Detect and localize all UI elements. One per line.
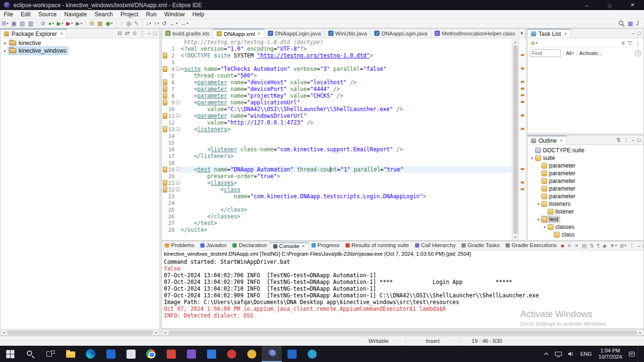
outline-node[interactable]: ▾listeners bbox=[528, 200, 644, 208]
scroll-right-icon[interactable]: ▸ bbox=[153, 330, 160, 335]
task-filter-all[interactable]: All bbox=[566, 50, 572, 56]
eclipse-app[interactable] bbox=[262, 346, 282, 362]
close-icon[interactable]: ✕ bbox=[560, 138, 563, 143]
outline-node[interactable]: listener bbox=[528, 208, 644, 215]
maximize-icon[interactable]: □ bbox=[642, 242, 644, 250]
debug-icon[interactable]: ●▾ bbox=[47, 20, 55, 28]
prev-annotation-icon[interactable]: ↑▾ bbox=[153, 20, 160, 28]
overview-ruler[interactable] bbox=[518, 39, 526, 240]
menu-help[interactable]: Help bbox=[189, 11, 208, 18]
project-item[interactable]: ▸kinective_windows bbox=[0, 47, 160, 55]
outline-node[interactable]: parameter bbox=[528, 192, 644, 200]
menu-source[interactable]: Source bbox=[34, 11, 60, 18]
maximize-icon[interactable]: □ bbox=[636, 29, 642, 37]
fold-toggle-icon[interactable]: − bbox=[176, 127, 180, 131]
minimize-icon[interactable]: – bbox=[631, 29, 635, 37]
annotation-mark[interactable] bbox=[521, 94, 524, 96]
console-tab[interactable]: Declaration bbox=[230, 242, 269, 248]
start-button[interactable] bbox=[0, 346, 20, 362]
skip-breakpoints-icon[interactable]: ⊘ bbox=[40, 20, 46, 28]
forward-icon[interactable]: →▾ bbox=[179, 20, 189, 28]
search-toolbar-icon[interactable]: ◎ bbox=[125, 20, 132, 28]
external-tools-icon[interactable]: ▶▾ bbox=[75, 20, 83, 28]
chevron-right-icon[interactable]: ▸ bbox=[2, 41, 8, 45]
link-with-editor-icon[interactable]: ⇄ bbox=[124, 29, 130, 37]
chevron-down-icon[interactable]: ▾ bbox=[536, 202, 541, 206]
java-perspective-icon[interactable]: J bbox=[635, 20, 640, 28]
tab-list-icon[interactable]: ▾ bbox=[519, 29, 524, 37]
last-edit-location-icon[interactable]: ↺ bbox=[161, 20, 168, 28]
purple-app[interactable] bbox=[181, 346, 201, 362]
remove-launch-icon[interactable]: ✕ bbox=[566, 242, 572, 250]
categorized-icon[interactable]: ≡ bbox=[621, 39, 626, 47]
menu-search[interactable]: Search bbox=[91, 11, 116, 18]
editor-vertical-scrollbar[interactable]: ▴ ▾ bbox=[512, 39, 518, 240]
scroll-up-icon[interactable]: ▴ bbox=[512, 39, 518, 45]
close-icon[interactable]: ✕ bbox=[257, 32, 261, 36]
annotation-mark[interactable] bbox=[521, 101, 524, 103]
save-icon[interactable]: ▣ bbox=[11, 20, 18, 28]
back-icon[interactable]: ←▾ bbox=[169, 20, 179, 28]
mark-occurrences-icon[interactable]: ✎ bbox=[133, 20, 140, 28]
hidden-icons-button[interactable] bbox=[540, 346, 552, 362]
scroll-left-icon[interactable]: ◂ bbox=[0, 330, 7, 335]
open-console-icon[interactable]: ⊞▾ bbox=[619, 242, 627, 250]
remove-all-launches-icon[interactable]: ✕ bbox=[574, 242, 580, 250]
view-menu-icon[interactable]: ⋮ bbox=[622, 136, 630, 144]
activate-link[interactable]: Activate... bbox=[579, 50, 602, 56]
edge-app[interactable] bbox=[80, 346, 101, 362]
console-tab[interactable]: Results of running suite bbox=[343, 242, 412, 248]
word-wrap-icon[interactable]: ¶ bbox=[596, 242, 601, 250]
pin-console-icon[interactable]: ◆ bbox=[601, 242, 607, 250]
focus-icon[interactable]: ⊙ bbox=[131, 29, 138, 37]
display-console-icon[interactable]: ▼▾ bbox=[609, 242, 618, 250]
volume-tray-icon[interactable] bbox=[565, 346, 577, 362]
annotation-mark[interactable] bbox=[521, 88, 524, 90]
clock[interactable]: 1:04 PM 10/7/2024 bbox=[595, 346, 626, 362]
scroll-lock-icon[interactable]: ⇅ bbox=[588, 242, 595, 250]
outline-node[interactable]: ▾suite bbox=[528, 154, 644, 162]
terminate-icon[interactable]: ■ bbox=[560, 242, 565, 250]
taskbar-search-button[interactable] bbox=[20, 346, 40, 362]
console-horizontal-scrollbar[interactable]: ◂ ▸ bbox=[161, 329, 644, 336]
scroll-down-icon[interactable]: ▾ bbox=[512, 234, 518, 240]
editor-tab[interactable]: XDNAapp.xml✕ bbox=[213, 29, 264, 38]
project-item[interactable]: ▸kinective bbox=[0, 39, 160, 47]
light-window-app[interactable] bbox=[121, 346, 141, 362]
chevron-right-icon[interactable]: ▸ bbox=[2, 48, 8, 53]
editor-tab[interactable]: Gbuild.gradle.kts bbox=[162, 29, 213, 38]
close-icon[interactable]: ✕ bbox=[302, 244, 305, 249]
task-view-button[interactable] bbox=[40, 346, 60, 362]
editor-tab[interactable]: CMethodInvocationHelper.class bbox=[431, 29, 519, 38]
new-wizard-icon[interactable]: ⊞▾ bbox=[0, 20, 10, 28]
display-tray-icon[interactable] bbox=[552, 346, 565, 362]
annotation-mark[interactable] bbox=[521, 114, 524, 116]
outline-node[interactable]: parameter bbox=[528, 170, 644, 177]
scroll-thumb[interactable] bbox=[169, 330, 637, 335]
outline-node[interactable]: parameter bbox=[528, 185, 644, 192]
chevron-down-icon[interactable]: ▾ bbox=[542, 225, 547, 229]
open-type-icon[interactable]: ◌ bbox=[119, 20, 124, 28]
annotation-mark[interactable] bbox=[521, 168, 524, 170]
new-task-icon[interactable]: ⊕▾ bbox=[529, 39, 539, 47]
help-icon[interactable]: ? bbox=[635, 50, 641, 57]
view-menu-icon[interactable]: ⋮ bbox=[628, 242, 635, 250]
new-class-icon[interactable]: ◉▾ bbox=[104, 20, 114, 28]
fold-toggle-icon[interactable]: − bbox=[176, 113, 180, 118]
view-menu-icon[interactable]: ⋮ bbox=[138, 29, 146, 37]
outline-node[interactable]: parameter bbox=[528, 162, 644, 170]
annotation-mark[interactable] bbox=[521, 81, 524, 83]
minimize-icon[interactable]: – bbox=[147, 29, 151, 37]
view-tab-task-list[interactable]: Task List ✕ bbox=[528, 29, 571, 38]
maximize-window-button[interactable]: □ bbox=[598, 0, 621, 10]
coverage-icon[interactable]: ▶▾ bbox=[65, 20, 74, 28]
save-all-icon[interactable]: ▤ bbox=[19, 20, 26, 28]
teal-circle-app[interactable] bbox=[302, 346, 322, 362]
annotation-mark[interactable] bbox=[521, 68, 524, 69]
chevron-down-icon[interactable]: ▾ bbox=[529, 156, 535, 160]
new-java-project-icon[interactable]: ⊞ bbox=[89, 20, 95, 28]
outline-node[interactable]: ▾classes bbox=[528, 223, 644, 231]
view-menu-icon[interactable]: ⋮ bbox=[634, 39, 642, 47]
red-circle-app[interactable] bbox=[221, 346, 242, 362]
minimize-window-button[interactable]: – bbox=[575, 0, 598, 10]
